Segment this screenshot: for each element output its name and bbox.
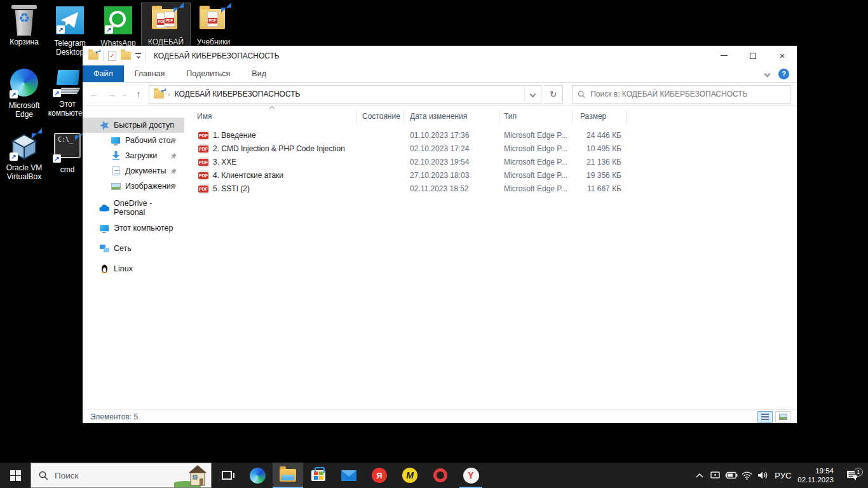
desktop-icon-kodebay[interactable]: PDF PDF КОДЕБАЙ <box>142 3 190 48</box>
column-header-modified[interactable]: Дата изменения <box>410 112 467 121</box>
table-row[interactable]: PDF 2. CMD Injection & PHP Code Injectio… <box>184 142 797 156</box>
speaker-icon <box>757 471 768 480</box>
table-row[interactable]: PDF 5. SSTI (2) 02.11.2023 18:52 Microso… <box>184 182 797 196</box>
sidebar-item-quick-access[interactable]: Быстрый доступ <box>83 118 184 133</box>
thumbnails-view-button[interactable] <box>775 411 790 423</box>
back-button[interactable]: ← <box>86 89 102 99</box>
maximize-button[interactable] <box>738 46 768 65</box>
desktop-icon-label: Корзина <box>0 37 48 46</box>
items-count: Элементов: 5 <box>90 412 138 421</box>
wifi-icon <box>742 471 752 480</box>
file-size: 11 667 КБ <box>540 184 621 193</box>
taskbar-search-input[interactable] <box>55 471 150 480</box>
title-bar[interactable]: ✓ КОДЕБАЙ КИБЕРБЕЗОПАСНОСТЬ × <box>83 46 797 65</box>
computer-icon <box>99 223 109 233</box>
sidebar-item-network[interactable]: Сеть <box>83 241 184 256</box>
opera-icon <box>433 468 447 482</box>
system-tray: РУС 19:54 02.11.2023 1 <box>691 463 868 488</box>
file-name: 1. Введение <box>213 131 256 140</box>
help-button[interactable]: ? <box>778 69 789 79</box>
recycle-bin-icon: ♻ <box>9 5 39 36</box>
column-header-status[interactable]: Состояние <box>362 112 400 121</box>
tray-volume-button[interactable] <box>755 471 771 480</box>
details-view-button[interactable] <box>757 411 773 423</box>
clock[interactable]: 19:54 02.11.2023 <box>797 466 840 484</box>
taskbar-store-button[interactable] <box>303 463 334 488</box>
address-bar[interactable]: › КОДЕБАЙ КИБЕРБЕЗОПАСНОСТЬ <box>149 85 541 104</box>
up-button[interactable]: ↑ <box>131 89 146 99</box>
tab-view[interactable]: Вид <box>241 65 277 82</box>
network-icon <box>99 243 109 254</box>
desktop-icon-uchebniki[interactable]: PDF Учебники <box>189 3 238 48</box>
column-header-type[interactable]: Тип <box>504 112 517 121</box>
explorer-window: ✓ КОДЕБАЙ КИБЕРБЕЗОПАСНОСТЬ × Файл Главн… <box>83 46 797 423</box>
task-view-button[interactable] <box>212 463 242 488</box>
file-list: Имя Состояние Дата изменения Тип Размер … <box>184 106 797 409</box>
properties-button[interactable]: ✓ <box>108 51 116 61</box>
desktop-icon-label: КОДЕБАЙ <box>142 37 190 46</box>
refresh-button[interactable]: ↻ <box>544 85 563 104</box>
tray-battery-button[interactable] <box>723 471 739 479</box>
sort-ascending-icon <box>270 107 275 112</box>
tab-home[interactable]: Главная <box>124 65 176 82</box>
table-row[interactable]: PDF 3. XXE 02.10.2023 19:54 Microsoft Ed… <box>184 156 797 169</box>
tray-expand-button[interactable] <box>691 473 707 478</box>
forward-button[interactable]: → <box>104 89 119 99</box>
taskbar-mail-button[interactable] <box>334 463 364 488</box>
status-bar: Элементов: 5 <box>83 409 797 423</box>
taskbar-opera-button[interactable] <box>425 463 456 488</box>
desktop-icon-edge[interactable]: ↗ Microsoft Edge <box>0 65 48 120</box>
sidebar-item-linux[interactable]: Linux <box>83 261 184 276</box>
column-header-name[interactable]: Имя <box>197 112 212 121</box>
explorer-search[interactable] <box>572 85 790 104</box>
file-name: 4. Клиентские атаки <box>213 171 283 180</box>
new-folder-button[interactable] <box>121 51 131 60</box>
language-indicator[interactable]: РУС <box>771 471 797 480</box>
desktop-icon-whatsapp[interactable]: ↗ WhatsApp <box>94 3 142 49</box>
tab-share[interactable]: Поделиться <box>175 65 241 82</box>
sidebar-item-downloads[interactable]: Загрузки <box>83 148 184 163</box>
expand-ribbon-icon[interactable] <box>764 71 771 77</box>
yandex-icon: Я <box>372 468 387 483</box>
sidebar-item-desktop[interactable]: Рабочий стол <box>83 133 184 148</box>
address-dropdown-button[interactable] <box>524 86 541 103</box>
sidebar-item-onedrive[interactable]: OneDrive - Personal <box>83 200 184 215</box>
column-header-size[interactable]: Размер <box>580 112 606 121</box>
pdf-chip: PDF <box>165 18 174 24</box>
sidebar-item-pictures[interactable]: Изображения <box>83 179 184 194</box>
breadcrumb[interactable]: КОДЕБАЙ КИБЕРБЕЗОПАСНОСТЬ <box>175 90 301 98</box>
sidebar-item-documents[interactable]: Документы <box>83 163 184 179</box>
pin-icon <box>170 168 177 177</box>
tray-cast-button[interactable] <box>707 471 723 480</box>
table-row[interactable]: PDF 1. Введение 01.10.2023 17:36 Microso… <box>184 129 797 142</box>
recent-locations-icon[interactable]: ⌄ <box>122 91 128 97</box>
taskbar-yandex-button[interactable]: Я <box>364 463 395 488</box>
battery-charging-icon <box>725 471 738 479</box>
breadcrumb-separator: › <box>168 90 170 98</box>
minimize-button[interactable] <box>709 46 738 65</box>
taskbar: Я M Y <box>0 463 868 488</box>
folder-pdf-icon: PDF PDF <box>151 5 181 36</box>
taskbar-yandex-browser-button[interactable]: Y <box>456 463 486 488</box>
sidebar-item-label: Изображения <box>125 182 175 191</box>
file-name: 2. CMD Injection & PHP Code Injection <box>213 144 345 153</box>
tab-file[interactable]: Файл <box>83 65 124 82</box>
taskbar-search[interactable] <box>31 463 212 488</box>
file-name: 5. SSTI (2) <box>213 184 250 193</box>
table-row[interactable]: PDF 4. Клиентские атаки 27.10.2023 18:03… <box>184 169 797 182</box>
pin-icon <box>170 137 177 146</box>
shortcut-arrow-icon: ↗ <box>105 25 113 34</box>
action-center-button[interactable]: 1 <box>840 470 864 480</box>
desktop-icon-virtualbox[interactable]: ↗ Oracle VM VirtualBox <box>0 129 48 182</box>
taskbar-edge-button[interactable] <box>242 463 273 488</box>
desktop-icon-recycle-bin[interactable]: ♻ Корзина <box>0 3 48 48</box>
customize-quick-access-button[interactable] <box>135 53 141 58</box>
start-button[interactable] <box>0 463 31 488</box>
desktop-icon-label: Oracle VM VirtualBox <box>0 163 48 181</box>
taskbar-explorer-button[interactable] <box>273 463 303 488</box>
sidebar-item-this-pc[interactable]: Этот компьютер <box>83 220 184 236</box>
close-button[interactable]: × <box>768 46 797 65</box>
taskbar-amigo-button[interactable]: M <box>395 463 425 488</box>
explorer-search-input[interactable] <box>590 90 785 98</box>
tray-wifi-button[interactable] <box>739 471 755 480</box>
